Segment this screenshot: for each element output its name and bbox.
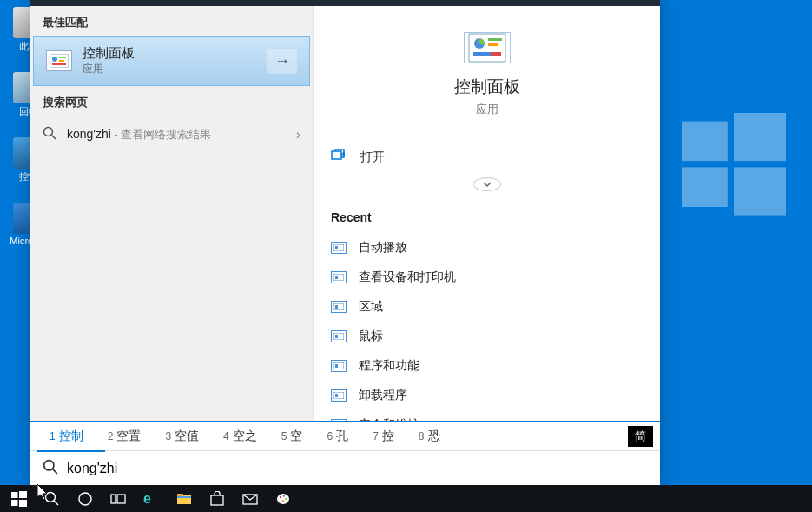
svg-rect-19 [335, 246, 338, 249]
explorer-taskbar-icon[interactable] [168, 485, 200, 512]
edge-taskbar-icon[interactable]: e [135, 485, 167, 512]
svg-rect-23 [335, 305, 338, 309]
svg-point-50 [283, 495, 286, 497]
windows-logo-icon [682, 113, 786, 217]
expand-button[interactable] [473, 177, 501, 191]
setting-item-icon [331, 271, 347, 283]
search-panel: 最佳匹配 控制面板 应用 → 搜索网页 kong'zhi [30, 0, 660, 485]
svg-rect-27 [335, 364, 338, 368]
cortana-button[interactable] [69, 485, 101, 512]
setting-item-icon [331, 301, 347, 313]
svg-point-38 [46, 492, 56, 502]
best-match-header: 最佳匹配 [30, 6, 313, 36]
web-query-text: kong'zhi - 查看网络搜索结果 [67, 127, 296, 143]
open-icon [331, 149, 348, 165]
ime-candidate[interactable]: 6孔 [314, 423, 360, 449]
svg-rect-18 [333, 244, 344, 251]
svg-rect-36 [11, 500, 18, 506]
svg-point-5 [52, 57, 57, 62]
ime-candidate[interactable]: 7控 [360, 423, 406, 449]
svg-rect-21 [335, 276, 338, 279]
svg-point-40 [79, 493, 91, 505]
svg-point-52 [282, 500, 285, 502]
ime-candidate-bar: 1控制2空置3空值4空之5空6孔7控8恐 简 [30, 421, 660, 450]
ime-candidate[interactable]: 1控制 [37, 423, 96, 449]
ime-candidate[interactable]: 5空 [269, 423, 315, 449]
svg-point-9 [44, 128, 53, 136]
svg-rect-34 [11, 492, 18, 498]
recent-item[interactable]: 安全和维护 [314, 410, 660, 421]
search-input-bar [30, 450, 660, 485]
svg-rect-8 [52, 63, 66, 65]
recent-item[interactable]: 程序和功能 [314, 351, 660, 381]
svg-rect-25 [335, 335, 338, 338]
svg-rect-22 [333, 303, 344, 310]
recent-item[interactable]: 自动播放 [314, 233, 660, 263]
recent-header: Recent [314, 205, 660, 233]
search-icon [43, 126, 58, 143]
svg-rect-0 [682, 122, 728, 162]
setting-item-icon [331, 360, 347, 372]
start-button[interactable] [3, 485, 35, 512]
svg-line-10 [52, 136, 56, 140]
svg-rect-24 [333, 333, 344, 340]
search-icon [43, 459, 58, 478]
control-panel-icon [46, 50, 72, 71]
svg-rect-29 [335, 394, 338, 397]
taskview-button[interactable] [102, 485, 134, 512]
store-taskbar-icon[interactable] [201, 485, 233, 512]
svg-rect-11 [469, 34, 505, 62]
svg-rect-16 [473, 52, 491, 56]
ime-candidate[interactable]: 3空值 [153, 423, 211, 449]
search-input[interactable] [67, 461, 648, 476]
svg-rect-26 [333, 362, 344, 369]
svg-rect-46 [211, 495, 223, 505]
preview-title: 控制面板 [314, 76, 660, 98]
setting-item-icon [331, 330, 347, 342]
control-panel-icon [464, 32, 511, 63]
recent-item[interactable]: 查看设备和打印机 [314, 263, 660, 292]
svg-rect-41 [111, 495, 116, 503]
svg-rect-2 [682, 167, 728, 207]
web-search-item[interactable]: kong'zhi - 查看网络搜索结果 › [30, 116, 313, 154]
ime-candidate[interactable]: 2空置 [96, 423, 154, 449]
recent-item[interactable]: 区域 [314, 292, 660, 322]
chevron-right-icon: › [296, 127, 300, 143]
open-label: 打开 [360, 150, 385, 165]
desktop: 此电 回收 控制 Micro Ed 最佳匹配 控制面板 应用 → [0, 0, 812, 512]
paint-taskbar-icon[interactable] [267, 485, 299, 512]
recent-item[interactable]: 鼠标 [314, 322, 660, 351]
best-match-title: 控制面板 [83, 45, 267, 62]
taskbar: e [0, 485, 812, 512]
web-search-header: 搜索网页 [30, 86, 313, 116]
open-action[interactable]: 打开 [314, 136, 660, 177]
ime-candidate[interactable]: 4空之 [211, 423, 269, 449]
results-column: 最佳匹配 控制面板 应用 → 搜索网页 kong'zhi [30, 6, 313, 421]
search-taskbar-button[interactable] [36, 485, 68, 512]
svg-point-32 [44, 460, 54, 469]
best-match-item[interactable]: 控制面板 应用 → [33, 36, 310, 86]
svg-rect-42 [117, 495, 125, 503]
svg-rect-17 [332, 151, 341, 159]
mail-taskbar-icon[interactable] [234, 485, 266, 512]
svg-rect-3 [734, 167, 786, 215]
arrow-right-icon[interactable]: → [267, 49, 297, 74]
svg-rect-37 [19, 500, 27, 507]
preview-subtitle: 应用 [314, 102, 660, 117]
setting-item-icon [331, 389, 347, 402]
svg-rect-28 [333, 392, 344, 399]
preview-column: 控制面板 应用 打开 Recent 自动播放查看设备和打印机区域鼠标程序和功能卸… [313, 6, 660, 421]
svg-rect-7 [59, 60, 64, 62]
svg-point-49 [280, 495, 282, 498]
ime-toggle-button[interactable]: 简 [628, 426, 653, 447]
svg-rect-45 [177, 496, 191, 498]
recent-item[interactable]: 卸载程序 [314, 381, 660, 410]
ime-candidate[interactable]: 8恐 [406, 423, 452, 449]
best-match-subtitle: 应用 [83, 62, 267, 76]
svg-rect-44 [177, 494, 183, 496]
svg-line-39 [54, 501, 58, 505]
svg-rect-13 [488, 38, 502, 41]
svg-rect-20 [333, 274, 344, 281]
svg-rect-14 [488, 43, 498, 46]
svg-rect-6 [59, 57, 66, 58]
